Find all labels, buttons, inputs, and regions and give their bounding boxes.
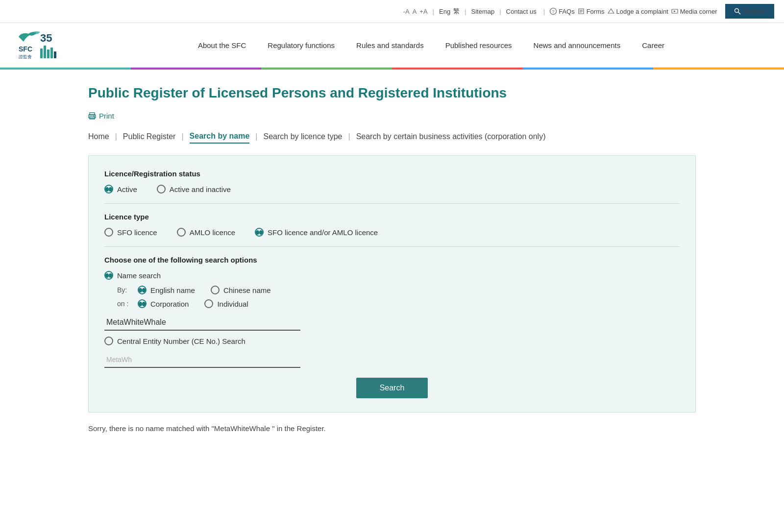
ce-search-label: Central Entity Number (CE No.) Search bbox=[117, 337, 245, 345]
licence-sfo-label: SFO licence bbox=[117, 228, 157, 237]
licence-type-radio-group: SFO licence AMLO licence SFO licence and… bbox=[104, 228, 680, 237]
nav-bar-about bbox=[0, 68, 131, 70]
forms-link[interactable]: Forms bbox=[578, 8, 605, 15]
font-larger[interactable]: +A bbox=[419, 8, 427, 15]
search-panel: Licence/Registration status Active Activ… bbox=[88, 155, 696, 412]
lang-chi[interactable]: 繁 bbox=[453, 7, 460, 16]
licence-amlo-option[interactable]: AMLO licence bbox=[177, 228, 235, 237]
tab-search-by-licence[interactable]: Search by licence type bbox=[264, 130, 343, 143]
licence-sfo-amlo-radio[interactable] bbox=[255, 228, 264, 237]
licence-sfo-option[interactable]: SFO licence bbox=[104, 228, 157, 237]
svg-point-17 bbox=[94, 116, 95, 117]
search-options-section: Choose one of the following search optio… bbox=[104, 256, 680, 368]
by-english-radio[interactable] bbox=[138, 286, 147, 294]
licence-amlo-radio[interactable] bbox=[177, 228, 186, 237]
status-active-option[interactable]: Active bbox=[104, 185, 137, 193]
on-individual-label: Individual bbox=[217, 300, 248, 308]
by-english-option[interactable]: English name bbox=[138, 286, 195, 294]
media-link[interactable]: Media corner bbox=[671, 8, 717, 15]
faqs-icon: ? bbox=[550, 8, 557, 15]
on-corporation-option[interactable]: Corporation bbox=[138, 299, 189, 308]
nav-bar-news bbox=[523, 68, 654, 70]
search-button[interactable]: Search bbox=[356, 378, 428, 398]
tab-public-register[interactable]: Public Register bbox=[123, 130, 176, 143]
divider-2 bbox=[104, 246, 680, 247]
svg-rect-9 bbox=[40, 48, 43, 58]
faqs-link[interactable]: ? FAQs bbox=[550, 8, 575, 15]
font-smaller[interactable]: -A bbox=[403, 8, 410, 15]
svg-rect-11 bbox=[47, 49, 49, 58]
svg-text:SFC: SFC bbox=[19, 45, 32, 53]
ce-input-wrapper bbox=[104, 352, 300, 368]
tab-home[interactable]: Home bbox=[88, 130, 109, 143]
on-corporation-label: Corporation bbox=[150, 300, 189, 308]
svg-rect-10 bbox=[44, 46, 46, 58]
by-chinese-option[interactable]: Chinese name bbox=[211, 286, 271, 294]
by-label: By: bbox=[117, 286, 132, 294]
ce-search-option[interactable]: Central Entity Number (CE No.) Search bbox=[104, 337, 680, 345]
status-radio-group: Active Active and inactive bbox=[104, 185, 680, 193]
contact-link[interactable]: Contact us bbox=[506, 8, 537, 15]
status-active-inactive-radio[interactable] bbox=[157, 185, 166, 193]
by-row: By: English name Chinese name bbox=[117, 286, 680, 294]
svg-text:35: 35 bbox=[40, 32, 52, 44]
tab-search-by-activity[interactable]: Search by certain business activities (c… bbox=[356, 130, 546, 143]
name-search-radio[interactable] bbox=[104, 271, 113, 280]
lodge-icon bbox=[608, 8, 614, 15]
nav-item-career[interactable]: Career bbox=[631, 36, 675, 54]
on-corporation-radio[interactable] bbox=[138, 299, 147, 308]
nav-item-news[interactable]: News and announcements bbox=[523, 36, 632, 54]
ce-search-input[interactable] bbox=[104, 352, 300, 368]
page-content: Public Register of Licensed Persons and … bbox=[69, 70, 715, 452]
divider-1 bbox=[104, 203, 680, 204]
lang-eng[interactable]: Eng bbox=[439, 8, 450, 15]
search-options-label: Choose one of the following search optio… bbox=[104, 256, 680, 264]
svg-text:證監會: 證監會 bbox=[19, 54, 32, 59]
tab-search-by-name[interactable]: Search by name bbox=[190, 130, 250, 144]
svg-rect-13 bbox=[54, 51, 56, 58]
nav-bar-published bbox=[392, 68, 523, 70]
by-chinese-radio[interactable] bbox=[211, 286, 220, 294]
licence-sfo-radio[interactable] bbox=[104, 228, 113, 237]
forms-icon bbox=[578, 8, 585, 15]
svg-line-4 bbox=[738, 12, 740, 15]
nav-bar-rules bbox=[261, 68, 392, 70]
status-active-inactive-option[interactable]: Active and inactive bbox=[157, 185, 231, 193]
font-normal[interactable]: A bbox=[413, 8, 417, 15]
licence-amlo-label: AMLO licence bbox=[190, 228, 235, 237]
licence-sfo-amlo-option[interactable]: SFO licence and/or AMLO licence bbox=[255, 228, 378, 237]
on-individual-option[interactable]: Individual bbox=[204, 299, 248, 308]
result-message: Sorry, there is no name matched with "Me… bbox=[88, 424, 696, 433]
licence-sfo-amlo-label: SFO licence and/or AMLO licence bbox=[268, 228, 378, 237]
name-search-input[interactable] bbox=[104, 315, 300, 331]
sfc-logo: 35 SFC 證監會 bbox=[15, 28, 69, 62]
nav-bar-regulatory bbox=[131, 68, 262, 70]
nav-item-regulatory[interactable]: Regulatory functions bbox=[257, 36, 345, 54]
nav-bar-career bbox=[653, 68, 784, 70]
nav-item-about[interactable]: About the SFC bbox=[187, 36, 257, 54]
print-link[interactable]: Print bbox=[88, 112, 696, 120]
lodge-link[interactable]: Lodge a complaint bbox=[608, 8, 668, 15]
status-active-radio[interactable] bbox=[104, 185, 113, 193]
main-header: 35 SFC 證監會 About the SFC Regulatory func… bbox=[0, 23, 784, 68]
status-section-label: Licence/Registration status bbox=[104, 169, 680, 178]
logo-area[interactable]: 35 SFC 證監會 bbox=[15, 28, 93, 62]
by-english-label: English name bbox=[150, 286, 195, 294]
nav-item-published[interactable]: Published resources bbox=[435, 36, 523, 54]
licence-type-label: Licence type bbox=[104, 213, 680, 221]
name-search-label: Name search bbox=[117, 271, 161, 280]
name-search-option[interactable]: Name search bbox=[104, 271, 680, 280]
on-row: on : Corporation Individual bbox=[117, 299, 680, 308]
page-title: Public Register of Licensed Persons and … bbox=[88, 84, 696, 102]
print-icon bbox=[88, 112, 96, 120]
name-input-wrapper bbox=[104, 315, 300, 331]
on-individual-radio[interactable] bbox=[204, 299, 213, 308]
top-search-button[interactable]: Search bbox=[725, 4, 774, 19]
by-chinese-label: Chinese name bbox=[223, 286, 271, 294]
nav-color-bars bbox=[0, 68, 784, 70]
status-active-inactive-label: Active and inactive bbox=[170, 185, 231, 193]
nav-item-rules[interactable]: Rules and standards bbox=[345, 36, 435, 54]
sitemap-link[interactable]: Sitemap bbox=[471, 8, 495, 15]
ce-search-radio[interactable] bbox=[104, 337, 113, 345]
svg-text:?: ? bbox=[552, 9, 555, 14]
